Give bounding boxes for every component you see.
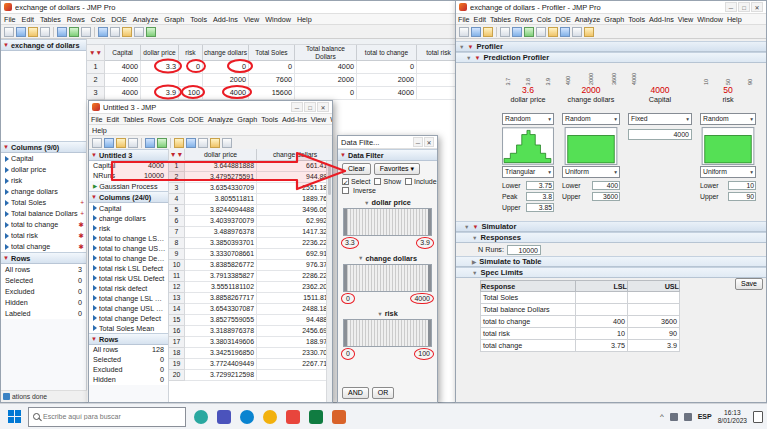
menu-item[interactable]: DOE — [108, 14, 130, 24]
range-max-value[interactable]: 100 — [418, 350, 430, 357]
column-list-item[interactable]: total change ✱ — [1, 241, 86, 252]
table-variable[interactable]: Capital 4000 — [89, 161, 168, 171]
cell[interactable]: 976.377 — [257, 260, 332, 271]
mode-select[interactable]: Random▾ — [502, 113, 554, 125]
taskbar-app-icon[interactable] — [217, 410, 231, 424]
lsl-input[interactable] — [576, 304, 628, 316]
disclosure-icon[interactable] — [464, 224, 469, 230]
row-number[interactable]: 15 — [169, 315, 185, 326]
red-triangle-icon[interactable] — [3, 255, 9, 261]
column-header[interactable]: Total Soles — [249, 45, 295, 61]
column-list-item[interactable]: dollar price — [1, 164, 86, 175]
menu-item[interactable]: Help — [725, 14, 744, 24]
row-stat[interactable]: Excluded 0 — [89, 365, 168, 375]
lsl-input[interactable]: 400 — [576, 316, 628, 328]
question-tool-icon[interactable] — [584, 27, 594, 37]
menu-item[interactable]: Rows — [64, 14, 88, 24]
row-number[interactable]: 6 — [169, 216, 185, 227]
row-number[interactable]: 3 — [169, 183, 185, 194]
titlebar-exchange[interactable]: exchange of dollars - JMP Pro — [1, 1, 459, 14]
and-button[interactable]: AND — [342, 387, 369, 399]
cell[interactable] — [257, 370, 332, 381]
range-slider[interactable] — [343, 319, 432, 347]
row-number[interactable]: 11 — [169, 271, 185, 282]
usl-input[interactable]: 3.9 — [628, 340, 680, 352]
paste-icon[interactable] — [81, 27, 91, 37]
lsl-input[interactable]: 3.75 — [576, 340, 628, 352]
cell[interactable]: 4000 — [105, 74, 141, 87]
distribution-select[interactable]: Uniform▾ — [700, 166, 756, 178]
menu-item[interactable]: Rows — [513, 14, 535, 24]
menu-item[interactable]: Edit — [472, 14, 488, 24]
close-button[interactable]: ✕ — [751, 2, 763, 12]
fit-icon[interactable] — [186, 138, 196, 148]
row-number[interactable]: 20 — [169, 370, 185, 381]
param-input[interactable]: 3.8 — [526, 192, 554, 201]
column-header[interactable]: total to change — [357, 45, 417, 61]
row-number[interactable]: 5 — [169, 205, 185, 216]
notification-center-icon[interactable] — [753, 411, 763, 423]
row-number[interactable]: 1 — [87, 61, 105, 74]
table-variable[interactable]: NRuns 10000 — [89, 171, 168, 181]
titlebar-data-filter[interactable]: Data Filte... ─ ✕ — [338, 136, 437, 149]
range-max-value[interactable]: 3.9 — [420, 239, 430, 246]
new-table-icon[interactable] — [92, 138, 102, 148]
copy-icon[interactable] — [69, 27, 79, 37]
save-button[interactable]: Save — [735, 278, 763, 290]
param-input[interactable]: 400 — [592, 181, 620, 190]
range-min-value[interactable]: 0 — [346, 295, 350, 302]
menu-item[interactable]: Analyze — [573, 14, 603, 24]
row-number[interactable]: 17 — [169, 337, 185, 348]
save-icon[interactable] — [28, 27, 38, 37]
red-triangle-icon[interactable] — [3, 144, 9, 150]
cell[interactable] — [179, 74, 203, 87]
menu-item[interactable]: Window — [262, 14, 294, 24]
factor-current-value[interactable]: 2000 — [562, 85, 620, 96]
menu-item[interactable]: File — [89, 114, 105, 124]
hand-tool-icon[interactable] — [512, 27, 522, 37]
profiler-icon[interactable] — [210, 138, 220, 148]
menu-item[interactable]: Help — [294, 14, 315, 24]
column-list-item[interactable]: total to change Defect — [89, 253, 168, 263]
range-max-value[interactable]: 4000 — [414, 295, 430, 302]
taskbar-search[interactable] — [28, 407, 186, 427]
disclosure-icon[interactable] — [472, 270, 477, 276]
vertical-scrollbar[interactable] — [326, 161, 332, 402]
param-input[interactable]: 10 — [728, 181, 756, 190]
minimize-button[interactable]: ─ — [413, 137, 423, 147]
column-list-item[interactable]: change dollars — [1, 186, 86, 197]
red-triangle-icon[interactable] — [467, 44, 473, 50]
column-header[interactable]: total risk — [417, 45, 459, 61]
checkbox-icon[interactable]: ✓ — [342, 178, 349, 185]
param-input[interactable]: 3600 — [592, 192, 620, 201]
taskbar-app-icon[interactable] — [240, 410, 254, 424]
usl-input[interactable] — [628, 292, 680, 304]
disclosure-icon[interactable] — [459, 44, 464, 50]
cell[interactable]: 4000 — [295, 61, 357, 74]
menu-item[interactable]: Tools — [187, 14, 210, 24]
arrow-tool-icon[interactable] — [500, 27, 510, 37]
column-header[interactable]: Capital — [105, 45, 141, 61]
checkbox-icon[interactable] — [374, 178, 381, 185]
cell[interactable]: 3.805511811 — [185, 194, 257, 205]
inverse-checkbox-icon[interactable] — [342, 187, 349, 194]
menu-item[interactable]: File — [456, 14, 472, 24]
save-icon[interactable] — [116, 138, 126, 148]
mode-select[interactable]: Fixed▾ — [628, 113, 692, 125]
column-list-item[interactable]: total risk ✱ — [1, 230, 86, 241]
copy-icon[interactable] — [145, 138, 155, 148]
row-number[interactable]: 1 — [169, 161, 185, 172]
disclosure-icon[interactable] — [377, 311, 382, 317]
new-table-icon[interactable] — [4, 27, 14, 37]
row-stat[interactable]: Selected 0 — [1, 275, 86, 286]
row-number[interactable]: 16 — [169, 326, 185, 337]
column-list-item[interactable]: total to change ✱ — [1, 219, 86, 230]
cell[interactable]: 3.4039370079 — [185, 216, 257, 227]
cell[interactable]: 3.7913385827 — [185, 271, 257, 282]
cell[interactable]: 3.8858267717 — [185, 293, 257, 304]
cell[interactable]: 2330.708 — [257, 348, 332, 359]
cell[interactable]: 4000 — [105, 61, 141, 74]
cell[interactable]: 4000 — [203, 87, 249, 100]
tray-expand-icon[interactable]: ^ — [660, 412, 664, 421]
cell[interactable]: 15600 — [249, 87, 295, 100]
